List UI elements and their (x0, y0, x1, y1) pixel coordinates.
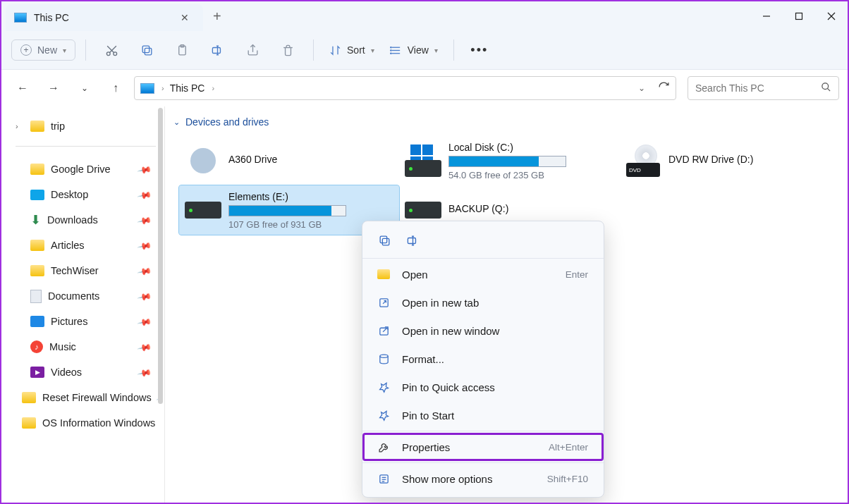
storage-bar (228, 205, 346, 216)
tree-item[interactable]: OS Information Windows📌 (11, 410, 160, 436)
svg-point-20 (390, 47, 391, 47)
new-button[interactable]: + New ▾ (11, 39, 75, 61)
close-tab-button[interactable]: ✕ (176, 9, 193, 26)
up-button[interactable]: ↑ (103, 75, 128, 101)
tree-item[interactable]: ⬇Downloads📌 (11, 207, 160, 233)
close-window-button[interactable] (815, 1, 848, 31)
context-item-open-in-new-tab[interactable]: Open in new tab (362, 288, 604, 316)
address-dropdown-button[interactable]: ⌄ (638, 83, 645, 93)
context-item-label: Pin to Start (402, 410, 454, 422)
breadcrumb-chevron-icon: › (212, 84, 214, 92)
view-button[interactable]: View ▾ (384, 42, 444, 59)
sort-button[interactable]: Sort ▾ (324, 42, 380, 59)
tree-item[interactable]: Desktop📌 (11, 182, 160, 207)
tree-item[interactable]: Google Drive📌 (11, 156, 160, 182)
copy-icon[interactable] (377, 233, 392, 248)
refresh-button[interactable] (658, 81, 670, 96)
tree-item[interactable]: Pictures📌 (11, 309, 160, 334)
toolbar-divider (453, 39, 454, 61)
context-item-open[interactable]: OpenEnter (362, 260, 604, 288)
drive-name: A360 Drive (228, 154, 393, 165)
recent-button[interactable]: ⌄ (72, 75, 97, 101)
rename-icon[interactable] (405, 233, 420, 248)
tree-item[interactable]: Articles📌 (11, 233, 160, 258)
context-item-pin-to-start[interactable]: Pin to Start (362, 401, 604, 429)
window-controls (750, 1, 848, 31)
tree-item-label: Reset Firewall Windows (42, 392, 152, 403)
new-tab-button[interactable]: + (203, 8, 231, 25)
context-item-label: Open in new window (402, 325, 499, 337)
svg-rect-9 (142, 46, 149, 53)
copy-button[interactable] (131, 36, 162, 64)
format-icon (377, 353, 391, 365)
pin-icon: 📌 (137, 314, 152, 328)
context-menu: OpenEnterOpen in new tabOpen in new wind… (362, 221, 604, 498)
context-item-open-in-new-window[interactable]: Open in new window (362, 316, 604, 345)
drive-icon: DVD (625, 142, 661, 179)
svg-point-23 (822, 82, 829, 89)
drive-name: Elements (E:) (228, 191, 393, 202)
pin-icon: 📌 (137, 263, 152, 278)
forward-button[interactable]: → (41, 75, 66, 101)
tree-item-trip[interactable]: › trip (11, 113, 160, 139)
context-item-label: Open (402, 269, 428, 281)
maximize-button[interactable] (783, 1, 815, 31)
tree-item[interactable]: TechWiser📌 (11, 258, 160, 283)
breadcrumb-chevron-icon: › (161, 84, 164, 92)
tree-item[interactable]: Reset Firewall Windows📌 (11, 385, 160, 410)
nav-tree: › trip Google Drive📌Desktop📌⬇Downloads📌A… (1, 106, 165, 503)
sort-label: Sort (347, 44, 365, 56)
section-header[interactable]: ⌄ Devices and drives (173, 116, 842, 128)
search-box[interactable] (688, 76, 839, 100)
shortcut-label: Shift+F10 (547, 474, 588, 484)
cut-button[interactable] (96, 36, 127, 64)
more-icon (377, 473, 391, 485)
drive-item[interactable]: Local Disk (C:)54.0 GB free of 235 GB (399, 136, 619, 185)
tab-title: This PC (34, 12, 176, 23)
tree-item[interactable]: ▶Videos📌 (11, 359, 160, 385)
view-label: View (408, 44, 429, 56)
delete-button[interactable] (272, 36, 303, 64)
context-item-show-more-options[interactable]: Show more optionsShift+F10 (362, 465, 604, 493)
svg-rect-27 (380, 236, 387, 243)
address-bar[interactable]: › This PC › ⌄ (134, 76, 676, 100)
svg-rect-28 (408, 238, 415, 243)
paste-button[interactable] (166, 36, 197, 64)
pin-icon: 📌 (137, 288, 152, 303)
context-item-properties[interactable]: PropertiesAlt+Enter (362, 433, 604, 461)
chevron-down-icon: ⌄ (81, 83, 88, 93)
pin-icon: 📌 (137, 364, 152, 379)
rename-button[interactable] (202, 36, 233, 64)
pin-icon: 📌 (137, 187, 152, 202)
scrollbar[interactable] (158, 108, 163, 404)
tree-item[interactable]: ♪Music📌 (11, 334, 160, 359)
folder-icon (22, 392, 36, 403)
minimize-button[interactable] (750, 1, 783, 31)
new-label: New (37, 44, 57, 56)
context-item-pin-to-quick-access[interactable]: Pin to Quick access (362, 373, 604, 401)
pin-icon: 📌 (137, 161, 152, 176)
tree-item-label: Documents (48, 290, 99, 302)
svg-point-34 (379, 355, 387, 357)
breadcrumb[interactable]: This PC (170, 82, 205, 94)
folder-icon (30, 316, 44, 327)
tree-item[interactable]: Documents📌 (11, 283, 160, 309)
back-button[interactable]: ← (10, 75, 35, 101)
tree-item-label: Desktop (51, 189, 88, 200)
chevron-down-icon: ▾ (434, 47, 438, 54)
drive-name: DVD RW Drive (D:) (668, 154, 833, 165)
active-tab[interactable]: This PC ✕ (6, 4, 203, 31)
pin-icon (377, 381, 391, 393)
navbar: ← → ⌄ ↑ › This PC › ⌄ (1, 70, 848, 106)
more-button[interactable]: ••• (464, 36, 495, 64)
svg-rect-8 (145, 48, 152, 55)
drive-item[interactable]: DVDDVD RW Drive (D:) (619, 136, 839, 185)
folder-icon: ♪ (30, 340, 43, 353)
context-item-format-[interactable]: Format... (362, 345, 604, 373)
newtab-icon (377, 297, 391, 309)
pin-icon: 📌 (137, 339, 152, 354)
search-input[interactable] (695, 82, 821, 94)
folder-icon (30, 190, 44, 200)
share-button[interactable] (237, 36, 268, 64)
drive-item[interactable]: A360 Drive (179, 136, 399, 185)
